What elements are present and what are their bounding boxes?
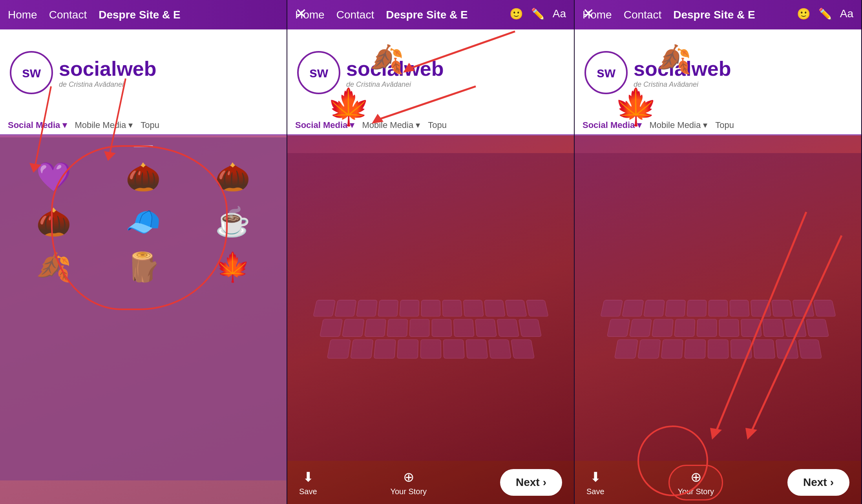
sticker-cup[interactable]: ☕ [191, 202, 275, 241]
next-arrow-icon: › [543, 476, 546, 489]
add-story-icon: ⊕ [403, 469, 414, 485]
story-ui-top-bar: ✕ 🙂 ✏️ Aa [287, 0, 574, 27]
next-label: Next [516, 476, 540, 489]
sticker-heart[interactable]: 💜 [12, 157, 95, 196]
p3-next-arrow-icon: › [830, 476, 834, 489]
website-nav: Social Media ▾ Mobile Media ▾ Topu [0, 116, 287, 135]
nav-contact[interactable]: Contact [49, 9, 87, 21]
p3-sw-logo-text: sw [597, 64, 615, 81]
sticker-leaf1[interactable]: 🍂 [12, 247, 95, 287]
next-button[interactable]: Next › [500, 469, 562, 496]
drag-handle [133, 145, 153, 147]
panel-sticker-picker: Home Contact Despre Site & E sw socialwe… [0, 0, 287, 504]
p3-close-button[interactable]: ✕ [583, 5, 594, 22]
save-action[interactable]: ⬇ Save [299, 469, 317, 496]
p3-your-story-action[interactable]: ⊕ Your Story [668, 465, 723, 500]
story-top-icons: 🙂 ✏️ Aa [510, 7, 566, 20]
p3-save-label: Save [586, 487, 604, 496]
p3-draw-icon[interactable]: ✏️ [818, 7, 832, 20]
p3-sw-logo-area: sw socialweb de Cristina Avădanei [575, 29, 861, 116]
sticker-acorn1[interactable]: 🌰 [101, 157, 185, 196]
sw-logo-area: sw socialweb de Cristina Avădanei [0, 29, 287, 116]
save-icon: ⬇ [303, 469, 314, 485]
sw-logo-text: sw [22, 64, 41, 81]
p3-sw-brand: socialweb de Cristina Avădanei [634, 57, 731, 89]
keyboard-bg [287, 153, 574, 461]
nav-topuri[interactable]: Topu [141, 120, 159, 130]
p3-nav-social-media[interactable]: Social Media ▾ [583, 120, 641, 130]
sticker-picker-panel[interactable]: 💜 🌰 🌰 🌰 🧢 ☕ 🍂 🪵 🍁 [0, 137, 287, 480]
draw-icon[interactable]: ✏️ [531, 7, 545, 20]
p2-brand-name: socialweb [346, 57, 444, 80]
tagline: de Cristina Avădanei [59, 80, 157, 89]
nav-home[interactable]: Home [8, 9, 37, 21]
p2-sw-brand: socialweb de Cristina Avădanei [346, 57, 444, 89]
nav-mobile-media[interactable]: Mobile Media ▾ [75, 120, 133, 130]
p3-nav-mobile-media[interactable]: Mobile Media ▾ [649, 120, 707, 130]
p2-nav-topuri[interactable]: Topu [428, 120, 447, 130]
panel-story-edit: Home Contact Despre Site & E ✕ 🙂 ✏️ Aa s… [287, 0, 575, 504]
p3-story-label: Your Story [678, 487, 714, 496]
sticker-acorn-heart[interactable]: 🌰 [191, 157, 275, 196]
story-bottom-bar: ⬇ Save ⊕ Your Story Next › [287, 461, 574, 504]
sticker-leaves[interactable]: 🍁 [191, 247, 275, 287]
p3-nav-topuri[interactable]: Topu [715, 120, 734, 130]
p3-next-button[interactable]: Next › [787, 469, 849, 496]
text-icon[interactable]: Aa [553, 7, 566, 20]
sticker-icon[interactable]: 🙂 [510, 7, 523, 20]
nav-social-media[interactable]: Social Media ▾ [8, 120, 67, 130]
p3-sw-circle: sw [584, 51, 628, 94]
sticker-hat[interactable]: 🧢 [101, 202, 185, 241]
p3-sticker-icon[interactable]: 🙂 [797, 7, 811, 20]
keyboard-visual [287, 300, 575, 472]
p2-tagline: de Cristina Avădanei [346, 80, 444, 89]
sticker-acorn2[interactable]: 🌰 [12, 202, 95, 241]
p3-save-action[interactable]: ⬇ Save [586, 469, 604, 496]
website-top-bar: Home Contact Despre Site & E [0, 0, 287, 29]
p3-save-icon: ⬇ [590, 469, 601, 485]
sw-brand: socialweb de Cristina Avădanei [59, 57, 157, 89]
p2-nav-social-media[interactable]: Social Media ▾ [295, 120, 354, 130]
p3-brand-name: socialweb [634, 57, 731, 80]
p2-nav-mobile-media[interactable]: Mobile Media ▾ [362, 120, 420, 130]
p3-story-bottom-bar: ⬇ Save ⊕ Your Story Next › [575, 461, 861, 504]
p3-keyboard-bg [575, 153, 861, 461]
p3-add-story-icon: ⊕ [690, 469, 701, 485]
p2-sw-circle: sw [297, 51, 340, 94]
brand-name: socialweb [59, 57, 157, 80]
save-label: Save [299, 487, 317, 496]
story-label: Your Story [390, 487, 427, 496]
p2-sw-logo-area: sw socialweb de Cristina Avădanei [287, 29, 574, 116]
p3-story-ui-top-bar: ✕ 🙂 ✏️ Aa [575, 0, 861, 27]
sw-circle: sw [10, 51, 53, 94]
close-button[interactable]: ✕ [295, 5, 307, 22]
p3-keyboard-visual [575, 300, 862, 472]
p3-next-label: Next [803, 476, 827, 489]
p3-website-nav: Social Media ▾ Mobile Media ▾ Topu [575, 116, 861, 135]
p2-sw-logo-text: sw [309, 64, 328, 81]
your-story-action[interactable]: ⊕ Your Story [390, 469, 427, 496]
sticker-grid: 💜 🌰 🌰 🌰 🧢 ☕ 🍂 🪵 🍁 [8, 153, 279, 290]
sticker-log[interactable]: 🪵 [101, 247, 185, 287]
p3-text-icon[interactable]: Aa [840, 7, 853, 20]
p3-story-top-icons: 🙂 ✏️ Aa [797, 7, 853, 20]
nav-despre[interactable]: Despre Site & E [99, 9, 181, 21]
panel-story-highlight: Home Contact Despre Site & E ✕ 🙂 ✏️ Aa s… [575, 0, 862, 504]
p3-tagline: de Cristina Avădanei [634, 80, 731, 89]
p2-website-nav: Social Media ▾ Mobile Media ▾ Topu [287, 116, 574, 135]
